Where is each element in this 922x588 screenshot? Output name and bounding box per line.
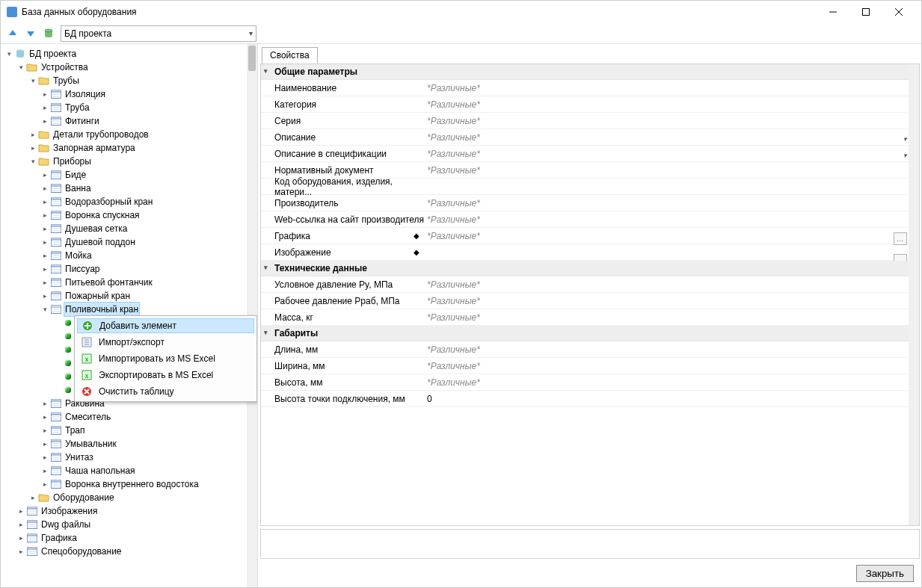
ellipsis-button[interactable]: …	[894, 232, 907, 245]
property-row[interactable]: Описание*Различные*▾	[261, 129, 919, 146]
property-row[interactable]: Высота, мм*Различные*	[261, 374, 919, 391]
property-value[interactable]: *Различные*	[424, 312, 919, 323]
expander[interactable]: ▸	[16, 504, 26, 518]
ctx-clear-table[interactable]: Очистить таблицу	[76, 383, 255, 400]
tree-label[interactable]: Dwg файлы	[40, 518, 92, 531]
property-row[interactable]: Графика◆*Различные*…	[261, 228, 919, 244]
tree-label[interactable]: Запорная арматура	[52, 141, 137, 155]
database-selector[interactable]: БД проекта ▾	[61, 25, 256, 42]
expander[interactable]: ▸	[28, 128, 38, 141]
expander[interactable]: ▾	[16, 61, 26, 74]
expander[interactable]: ▸	[16, 518, 26, 531]
tree-label[interactable]: Питьевой фонтанчик	[64, 276, 154, 289]
expander[interactable]: ▸	[40, 410, 50, 424]
tree-label[interactable]: Чаша напольная	[64, 464, 137, 477]
property-value[interactable]: *Различные*	[424, 214, 919, 225]
expander[interactable]: ▸	[40, 424, 50, 437]
tree-item[interactable]: ▸Воронка спускная	[4, 208, 257, 222]
expander[interactable]: ▸	[40, 168, 50, 182]
tree-label[interactable]: Воронка спускная	[64, 208, 141, 222]
expander[interactable]: ▸	[40, 208, 50, 222]
tree-label[interactable]: Спецоборудование	[40, 545, 123, 558]
tree-item[interactable]: ▸Смеситель	[4, 410, 257, 424]
tree-label[interactable]: Трап	[64, 424, 87, 437]
property-row[interactable]: Условное давление Py, МПа*Различные*	[261, 276, 919, 293]
expander[interactable]: ▸	[40, 276, 50, 289]
chevron-down-icon[interactable]: ▾	[903, 152, 907, 159]
tree-label[interactable]: Ванна	[64, 182, 93, 195]
tree-item[interactable]: ▸Мойка	[4, 249, 257, 262]
property-value[interactable]: *Различные*	[424, 296, 919, 306]
close-button[interactable]: Закрыть	[856, 565, 914, 582]
property-value[interactable]: *Различные*	[424, 279, 919, 290]
nav-up-button[interactable]	[5, 26, 20, 41]
tree-label[interactable]: Изоляция	[64, 87, 107, 101]
tree-label[interactable]: Труба	[64, 101, 91, 114]
property-row[interactable]: Ширина, мм*Различные*	[261, 358, 919, 374]
tree-item[interactable]: ▸Труба	[4, 101, 257, 114]
property-row[interactable]: Высота точки подключения, мм0	[261, 391, 919, 407]
close-window-button[interactable]	[882, 1, 915, 23]
expander[interactable]: ▸	[40, 262, 50, 276]
property-value[interactable]: 0	[424, 394, 919, 404]
database-icon-button[interactable]	[41, 26, 56, 41]
property-row[interactable]: Описание в спецификации*Различные*▾	[261, 146, 919, 162]
expander[interactable]: ▾	[40, 303, 50, 316]
tree-item[interactable]: ▸Водоразборный кран	[4, 195, 257, 208]
expander[interactable]: ▸	[40, 464, 50, 477]
property-row[interactable]: Изображение◆…	[261, 244, 919, 261]
property-grid[interactable]: ▾Общие параметры Наименование*Различные*…	[260, 64, 920, 526]
expander[interactable]: ▾	[28, 74, 38, 87]
property-value[interactable]: *Различные*…	[424, 231, 919, 241]
tree-item[interactable]: ▸Воронка внутреннего водостока	[4, 477, 257, 491]
tree-item[interactable]: ▸Dwg файлы	[4, 518, 257, 531]
tree-item[interactable]: ▸Питьевой фонтанчик	[4, 276, 257, 289]
expander[interactable]: ▸	[16, 531, 26, 545]
expander[interactable]: ▾	[28, 155, 38, 168]
tree-label[interactable]: Душевая сетка	[64, 222, 129, 235]
ctx-import-export[interactable]: Импорт/экспорт	[76, 334, 255, 350]
expander[interactable]: ▸	[40, 87, 50, 101]
tree-pribory[interactable]: Приборы	[52, 155, 93, 168]
tree-label[interactable]: Изображения	[40, 504, 99, 518]
property-value[interactable]: *Различные*	[424, 198, 919, 208]
tree-item[interactable]: ▸Умывальник	[4, 437, 257, 451]
chevron-down-icon[interactable]: ▾	[903, 135, 907, 143]
tree-label[interactable]: Унитаз	[64, 451, 95, 464]
tree-item[interactable]: ▸Трап	[4, 424, 257, 437]
expander[interactable]: ▸	[40, 477, 50, 491]
tree-label[interactable]: Писсуар	[64, 262, 102, 276]
expander[interactable]: ▸	[40, 437, 50, 451]
minimize-button[interactable]	[817, 1, 849, 23]
tree-label[interactable]: Пожарный кран	[64, 289, 132, 303]
property-value[interactable]: *Различные*	[424, 361, 919, 371]
tree-label[interactable]: Воронка внутреннего водостока	[64, 477, 200, 491]
expander[interactable]: ▸	[40, 101, 50, 114]
tree-item[interactable]: ▸Ванна	[4, 182, 257, 195]
property-row[interactable]: Производитель*Различные*	[261, 195, 919, 211]
ctx-add-element[interactable]: Добавить элемент	[77, 318, 254, 333]
property-value[interactable]: *Различные*	[424, 377, 919, 388]
nav-down-button[interactable]	[23, 26, 38, 41]
tree-label[interactable]: Детали трубопроводов	[52, 128, 150, 141]
tree-item[interactable]: ▸Унитаз	[4, 451, 257, 464]
property-row[interactable]: Web-ссылка на сайт производителя*Различн…	[261, 211, 919, 228]
ctx-export-excel[interactable]: x Экспортировать в MS Excel	[76, 367, 255, 383]
property-row[interactable]: Категория*Различные*	[261, 96, 919, 113]
tree-root[interactable]: БД проекта	[28, 47, 78, 61]
tree-label[interactable]: Фитинги	[64, 114, 101, 128]
property-value[interactable]: *Различные*▾	[424, 149, 919, 159]
tree-label[interactable]: Биде	[64, 168, 87, 182]
property-value[interactable]: *Различные*▾	[424, 132, 919, 143]
property-value[interactable]: *Различные*	[424, 344, 919, 355]
tree-item[interactable]: ▸Графика	[4, 531, 257, 545]
expander[interactable]: ▸	[40, 235, 50, 249]
expander[interactable]: ▸	[40, 289, 50, 303]
property-row[interactable]: Длина, мм*Различные*	[261, 341, 919, 358]
property-row[interactable]: Рабочее давление Pраб, МПа*Различные*	[261, 293, 919, 309]
expander[interactable]: ▾	[4, 47, 14, 61]
expander[interactable]: ▸	[40, 195, 50, 208]
tree-item[interactable]: ▸Душевая сетка	[4, 222, 257, 235]
expander[interactable]: ▸	[40, 397, 50, 410]
expander[interactable]: ▸	[16, 545, 26, 558]
